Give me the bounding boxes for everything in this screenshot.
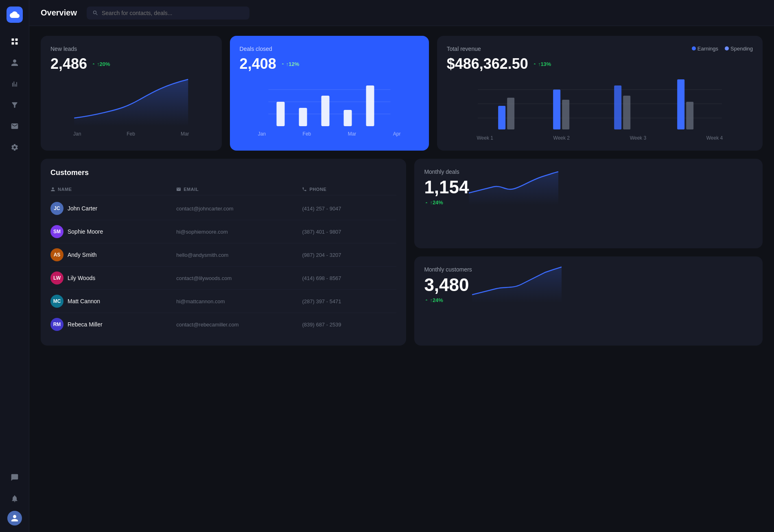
avatar: SM [50,225,63,238]
sidebar-item-contacts[interactable] [6,54,24,72]
deals-closed-label: Deals closed [240,46,419,52]
table-row[interactable]: MC Matt Cannon hi@mattcannon.com (287) 3… [50,290,396,313]
monthly-deals-svg [469,169,558,205]
user-avatar[interactable] [7,511,22,525]
total-revenue-card: Total revenue $486,362.50 ↑13% Earnings … [437,36,763,151]
svg-rect-3 [15,42,17,45]
earnings-dot [692,46,696,50]
svg-rect-10 [343,110,352,126]
table-row[interactable]: SM Sophie Moore hi@sophiemoore.com (387)… [50,220,396,243]
col-email: EMAIL [176,187,302,192]
customer-name: MC Matt Cannon [50,295,176,308]
sidebar-item-settings[interactable] [6,138,24,156]
customer-email: contact@johncarter.com [176,206,302,212]
sidebar-bottom [6,469,24,525]
customer-email: hello@andysmith.com [176,252,302,258]
person-icon [50,187,55,192]
trend-up-icon3 [532,61,537,66]
customer-name: AS Andy Smith [50,248,176,261]
new-leads-change: ↑20% [91,61,110,67]
monthly-deals-change: ↑24% [424,199,469,206]
revenue-chart [447,77,753,132]
app-logo[interactable] [7,7,23,23]
revenue-weeks: Week 1 Week 2 Week 3 Week 4 [447,135,753,141]
customer-name: LW Lily Woods [50,271,176,285]
svg-rect-22 [686,102,693,129]
avatar: RM [50,318,63,331]
table-row[interactable]: AS Andy Smith hello@andysmith.com (987) … [50,243,396,267]
new-leads-chart [50,77,212,128]
customer-phone: (414) 698 - 8567 [302,275,396,281]
customer-phone: (387) 401 - 9807 [302,229,396,235]
svg-rect-8 [299,108,307,126]
svg-rect-16 [507,98,514,129]
customer-email: contact@lilywoods.com [176,275,302,281]
customer-email: contact@rebecamiller.com [176,322,302,328]
svg-rect-2 [11,42,14,45]
trend-up-icon2 [280,61,285,66]
deals-months: Jan Feb Mar Apr [240,131,419,137]
monthly-deals-chart [469,169,753,205]
monthly-customers-change: ↑24% [424,297,472,303]
customer-email: hi@mattcannon.com [176,298,302,304]
sidebar-item-notifications[interactable] [6,490,24,508]
sidebar-item-chat[interactable] [6,469,24,486]
table-row[interactable]: LW Lily Woods contact@lilywoods.com (414… [50,267,396,290]
email-icon [176,187,181,192]
avatar: MC [50,295,63,308]
monthly-customers-value: 3,480 [424,276,472,294]
customer-name: JC John Carter [50,202,176,215]
svg-rect-15 [498,106,505,129]
deals-svg [240,77,419,126]
sidebar-item-dashboard[interactable] [6,33,24,50]
revenue-legend: Earnings Spending [692,46,753,52]
col-phone: PHONE [302,187,396,192]
new-leads-card: New leads 2,486 ↑20% [41,36,222,151]
svg-rect-1 [15,39,17,41]
monthly-customers-label: Monthly customers [424,266,472,273]
customer-phone: (414) 257 - 9047 [302,206,396,212]
customer-name: SM Sophie Moore [50,225,176,238]
sidebar-item-messages[interactable] [6,117,24,135]
customer-phone: (987) 204 - 3207 [302,252,396,258]
trend-up-icon4 [424,200,429,205]
svg-rect-18 [562,100,569,129]
search-bar[interactable] [87,7,249,20]
revenue-value: $486,362.50 ↑13% [447,55,551,72]
revenue-header: Total revenue $486,362.50 ↑13% Earnings … [447,46,753,72]
sidebar [0,0,29,532]
monthly-deals-value: 1,154 [424,178,469,196]
monthly-deals-label: Monthly deals [424,169,469,175]
sidebar-item-analytics[interactable] [6,75,24,93]
content-area: New leads 2,486 ↑20% [29,26,774,532]
page-title: Overview [41,8,77,18]
monthly-customers-chart [472,266,753,303]
table-row[interactable]: RM Rebeca Miller contact@rebecamiller.co… [50,313,396,336]
phone-icon [302,187,307,192]
search-input[interactable] [102,10,244,16]
svg-rect-21 [677,79,684,129]
revenue-label: Total revenue [447,46,551,52]
revenue-svg [447,77,753,130]
new-leads-value: 2,486 ↑20% [50,55,212,72]
monthly-deals-card: Monthly deals 1,154 ↑24% [414,159,763,248]
trend-up-icon [91,61,96,66]
new-leads-months: Jan Feb Mar [50,131,212,137]
svg-rect-20 [623,96,630,129]
header: Overview [29,0,774,26]
sidebar-item-filter[interactable] [6,96,24,114]
table-row[interactable]: JC John Carter contact@johncarter.com (4… [50,197,396,220]
new-leads-label: New leads [50,46,212,52]
avatar: AS [50,248,63,261]
customer-phone: (287) 397 - 5471 [302,298,396,304]
table-header: NAME EMAIL PHONE [50,184,396,195]
deals-closed-card: Deals closed 2,408 ↑12% [230,36,429,151]
spending-dot [725,46,729,50]
customers-card: Customers NAME EMAIL PHONE [41,159,406,346]
avatar: LW [50,271,63,285]
svg-rect-9 [321,96,329,126]
trend-up-icon5 [424,298,429,302]
monthly-customers-svg [472,266,562,303]
svg-rect-19 [614,85,621,129]
monthly-customers-card: Monthly customers 3,480 ↑24% [414,256,763,346]
